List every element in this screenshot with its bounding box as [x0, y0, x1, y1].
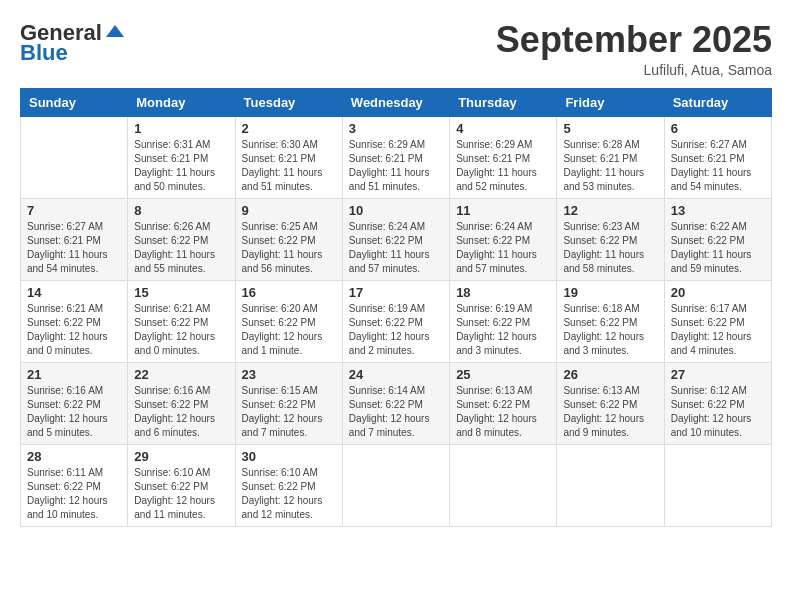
day-info: Sunrise: 6:21 AM Sunset: 6:22 PM Dayligh… [134, 302, 228, 358]
calendar-cell [557, 444, 664, 526]
day-number: 22 [134, 367, 228, 382]
col-header-friday: Friday [557, 88, 664, 116]
calendar-header-row: SundayMondayTuesdayWednesdayThursdayFrid… [21, 88, 772, 116]
svg-marker-0 [106, 25, 124, 37]
calendar-cell: 5Sunrise: 6:28 AM Sunset: 6:21 PM Daylig… [557, 116, 664, 198]
col-header-sunday: Sunday [21, 88, 128, 116]
day-number: 23 [242, 367, 336, 382]
day-info: Sunrise: 6:16 AM Sunset: 6:22 PM Dayligh… [27, 384, 121, 440]
calendar-cell: 4Sunrise: 6:29 AM Sunset: 6:21 PM Daylig… [450, 116, 557, 198]
day-number: 24 [349, 367, 443, 382]
day-number: 29 [134, 449, 228, 464]
day-number: 7 [27, 203, 121, 218]
calendar-cell: 25Sunrise: 6:13 AM Sunset: 6:22 PM Dayli… [450, 362, 557, 444]
day-number: 26 [563, 367, 657, 382]
col-header-monday: Monday [128, 88, 235, 116]
logo: General Blue [20, 20, 126, 66]
calendar-cell: 19Sunrise: 6:18 AM Sunset: 6:22 PM Dayli… [557, 280, 664, 362]
day-info: Sunrise: 6:18 AM Sunset: 6:22 PM Dayligh… [563, 302, 657, 358]
day-number: 2 [242, 121, 336, 136]
day-number: 9 [242, 203, 336, 218]
logo-icon [104, 23, 126, 39]
day-number: 20 [671, 285, 765, 300]
day-info: Sunrise: 6:27 AM Sunset: 6:21 PM Dayligh… [671, 138, 765, 194]
calendar-week-row: 14Sunrise: 6:21 AM Sunset: 6:22 PM Dayli… [21, 280, 772, 362]
calendar-table: SundayMondayTuesdayWednesdayThursdayFrid… [20, 88, 772, 527]
calendar-cell: 3Sunrise: 6:29 AM Sunset: 6:21 PM Daylig… [342, 116, 449, 198]
day-info: Sunrise: 6:19 AM Sunset: 6:22 PM Dayligh… [456, 302, 550, 358]
page-header: General Blue September 2025 Lufilufi, At… [20, 20, 772, 78]
day-number: 27 [671, 367, 765, 382]
calendar-cell: 1Sunrise: 6:31 AM Sunset: 6:21 PM Daylig… [128, 116, 235, 198]
calendar-cell: 6Sunrise: 6:27 AM Sunset: 6:21 PM Daylig… [664, 116, 771, 198]
calendar-cell: 30Sunrise: 6:10 AM Sunset: 6:22 PM Dayli… [235, 444, 342, 526]
day-number: 6 [671, 121, 765, 136]
day-number: 1 [134, 121, 228, 136]
calendar-cell: 28Sunrise: 6:11 AM Sunset: 6:22 PM Dayli… [21, 444, 128, 526]
month-title: September 2025 [496, 20, 772, 60]
day-number: 17 [349, 285, 443, 300]
day-info: Sunrise: 6:16 AM Sunset: 6:22 PM Dayligh… [134, 384, 228, 440]
calendar-cell: 13Sunrise: 6:22 AM Sunset: 6:22 PM Dayli… [664, 198, 771, 280]
title-block: September 2025 Lufilufi, Atua, Samoa [496, 20, 772, 78]
calendar-cell: 14Sunrise: 6:21 AM Sunset: 6:22 PM Dayli… [21, 280, 128, 362]
day-number: 28 [27, 449, 121, 464]
day-info: Sunrise: 6:14 AM Sunset: 6:22 PM Dayligh… [349, 384, 443, 440]
col-header-thursday: Thursday [450, 88, 557, 116]
calendar-cell: 29Sunrise: 6:10 AM Sunset: 6:22 PM Dayli… [128, 444, 235, 526]
calendar-week-row: 28Sunrise: 6:11 AM Sunset: 6:22 PM Dayli… [21, 444, 772, 526]
day-number: 4 [456, 121, 550, 136]
calendar-cell: 15Sunrise: 6:21 AM Sunset: 6:22 PM Dayli… [128, 280, 235, 362]
day-info: Sunrise: 6:24 AM Sunset: 6:22 PM Dayligh… [456, 220, 550, 276]
calendar-week-row: 1Sunrise: 6:31 AM Sunset: 6:21 PM Daylig… [21, 116, 772, 198]
calendar-cell: 26Sunrise: 6:13 AM Sunset: 6:22 PM Dayli… [557, 362, 664, 444]
calendar-cell: 2Sunrise: 6:30 AM Sunset: 6:21 PM Daylig… [235, 116, 342, 198]
day-info: Sunrise: 6:15 AM Sunset: 6:22 PM Dayligh… [242, 384, 336, 440]
day-info: Sunrise: 6:20 AM Sunset: 6:22 PM Dayligh… [242, 302, 336, 358]
calendar-cell: 9Sunrise: 6:25 AM Sunset: 6:22 PM Daylig… [235, 198, 342, 280]
day-info: Sunrise: 6:21 AM Sunset: 6:22 PM Dayligh… [27, 302, 121, 358]
calendar-cell: 16Sunrise: 6:20 AM Sunset: 6:22 PM Dayli… [235, 280, 342, 362]
calendar-cell: 22Sunrise: 6:16 AM Sunset: 6:22 PM Dayli… [128, 362, 235, 444]
calendar-week-row: 7Sunrise: 6:27 AM Sunset: 6:21 PM Daylig… [21, 198, 772, 280]
day-info: Sunrise: 6:27 AM Sunset: 6:21 PM Dayligh… [27, 220, 121, 276]
day-number: 30 [242, 449, 336, 464]
calendar-cell: 18Sunrise: 6:19 AM Sunset: 6:22 PM Dayli… [450, 280, 557, 362]
day-info: Sunrise: 6:10 AM Sunset: 6:22 PM Dayligh… [242, 466, 336, 522]
day-number: 16 [242, 285, 336, 300]
day-number: 21 [27, 367, 121, 382]
day-info: Sunrise: 6:31 AM Sunset: 6:21 PM Dayligh… [134, 138, 228, 194]
day-info: Sunrise: 6:13 AM Sunset: 6:22 PM Dayligh… [456, 384, 550, 440]
day-number: 10 [349, 203, 443, 218]
calendar-cell: 11Sunrise: 6:24 AM Sunset: 6:22 PM Dayli… [450, 198, 557, 280]
day-info: Sunrise: 6:22 AM Sunset: 6:22 PM Dayligh… [671, 220, 765, 276]
calendar-cell [342, 444, 449, 526]
calendar-cell: 24Sunrise: 6:14 AM Sunset: 6:22 PM Dayli… [342, 362, 449, 444]
day-info: Sunrise: 6:17 AM Sunset: 6:22 PM Dayligh… [671, 302, 765, 358]
day-info: Sunrise: 6:28 AM Sunset: 6:21 PM Dayligh… [563, 138, 657, 194]
day-number: 11 [456, 203, 550, 218]
day-number: 15 [134, 285, 228, 300]
day-info: Sunrise: 6:24 AM Sunset: 6:22 PM Dayligh… [349, 220, 443, 276]
day-number: 8 [134, 203, 228, 218]
calendar-cell [21, 116, 128, 198]
day-number: 12 [563, 203, 657, 218]
day-info: Sunrise: 6:13 AM Sunset: 6:22 PM Dayligh… [563, 384, 657, 440]
day-info: Sunrise: 6:29 AM Sunset: 6:21 PM Dayligh… [349, 138, 443, 194]
day-info: Sunrise: 6:29 AM Sunset: 6:21 PM Dayligh… [456, 138, 550, 194]
col-header-tuesday: Tuesday [235, 88, 342, 116]
calendar-cell: 20Sunrise: 6:17 AM Sunset: 6:22 PM Dayli… [664, 280, 771, 362]
calendar-cell: 23Sunrise: 6:15 AM Sunset: 6:22 PM Dayli… [235, 362, 342, 444]
day-info: Sunrise: 6:25 AM Sunset: 6:22 PM Dayligh… [242, 220, 336, 276]
day-info: Sunrise: 6:10 AM Sunset: 6:22 PM Dayligh… [134, 466, 228, 522]
logo-blue: Blue [20, 40, 68, 66]
day-number: 19 [563, 285, 657, 300]
day-info: Sunrise: 6:30 AM Sunset: 6:21 PM Dayligh… [242, 138, 336, 194]
day-number: 3 [349, 121, 443, 136]
calendar-cell: 7Sunrise: 6:27 AM Sunset: 6:21 PM Daylig… [21, 198, 128, 280]
col-header-wednesday: Wednesday [342, 88, 449, 116]
col-header-saturday: Saturday [664, 88, 771, 116]
calendar-week-row: 21Sunrise: 6:16 AM Sunset: 6:22 PM Dayli… [21, 362, 772, 444]
day-info: Sunrise: 6:19 AM Sunset: 6:22 PM Dayligh… [349, 302, 443, 358]
calendar-cell: 10Sunrise: 6:24 AM Sunset: 6:22 PM Dayli… [342, 198, 449, 280]
